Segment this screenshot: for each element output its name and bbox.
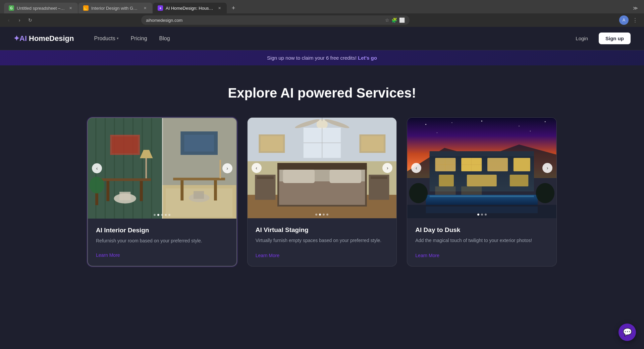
address-bar[interactable]: aihomedesign.com ☆ 🧩 ⬜ (141, 15, 410, 25)
tab-bar: G Untitled spreadsheet – Goo... ✕ 📐 Inte… (0, 0, 644, 13)
interior-dot-1[interactable] (154, 214, 156, 216)
chat-bubble[interactable]: 💬 (619, 324, 636, 341)
svg-point-57 (452, 122, 452, 123)
svg-point-80 (409, 183, 428, 203)
staging-carousel-controls: ‹ › (248, 163, 397, 173)
svg-rect-30 (184, 135, 214, 152)
interior-dot-3[interactable] (161, 214, 163, 216)
svg-rect-27 (194, 191, 204, 199)
svg-point-81 (536, 183, 555, 203)
logo-home-text: HomeDesign (29, 34, 74, 43)
staging-next-button[interactable]: › (382, 163, 392, 173)
profile-button[interactable]: A (619, 15, 629, 25)
dusk-dot-2[interactable] (481, 214, 483, 216)
svg-rect-8 (99, 178, 151, 181)
nav-pricing[interactable]: Pricing (131, 36, 147, 42)
interior-dot-5[interactable] (168, 214, 170, 216)
card-day-to-dusk: ‹ › AI Day to Dusk Add the magical touch… (407, 117, 557, 267)
signup-button[interactable]: Sign up (599, 33, 631, 44)
staging-dot-4[interactable] (326, 214, 328, 216)
svg-point-58 (481, 121, 482, 122)
svg-point-61 (437, 132, 437, 133)
staging-dot-3[interactable] (323, 214, 325, 216)
svg-rect-13 (95, 192, 98, 205)
svg-rect-74 (439, 175, 454, 186)
banner-link[interactable]: Let's go (358, 55, 377, 61)
tab-3-close[interactable]: ✕ (217, 5, 222, 11)
tab-2-title: Interior Design with Genera... (91, 6, 140, 11)
staging-learn-more[interactable]: Learn More (256, 253, 389, 258)
interior-card-title: AI Interior Design (96, 227, 228, 234)
staging-card-description: Virtually furnish empty spaces based on … (256, 237, 389, 245)
back-button[interactable]: ‹ (4, 15, 13, 25)
dusk-dot-3[interactable] (485, 214, 487, 216)
staging-dot-2[interactable] (319, 214, 321, 216)
card-interior-design: ‹ › AI Interior Design Refurnish your r (87, 117, 237, 267)
tab-2[interactable]: 📐 Interior Design with Genera... ✕ (78, 3, 152, 13)
svg-rect-12 (119, 192, 130, 200)
forward-button[interactable]: › (15, 15, 24, 25)
tab-3[interactable]: ✦ AI HomeDesign: House Desi... ✕ (153, 3, 227, 13)
site-content: ✦AI HomeDesign Products ▾ Pricing Blog L… (0, 27, 644, 287)
interior-card-description: Refurnish your room based on your prefer… (96, 237, 228, 244)
address-bar-row: ‹ › ↻ aihomedesign.com ☆ 🧩 ⬜ A ⋮ (0, 13, 644, 27)
tab-3-favicon: ✦ (158, 5, 163, 11)
svg-point-60 (545, 121, 546, 122)
address-text: aihomedesign.com (146, 18, 382, 23)
banner-text: Sign up now to claim your 6 free credits… (267, 55, 357, 61)
logo-ai-text: ✦AI (13, 34, 27, 43)
nav-blog-label: Blog (159, 36, 170, 42)
tab-2-close[interactable]: ✕ (142, 5, 148, 11)
avatar[interactable]: A (619, 15, 629, 25)
bookmark-icon[interactable]: ☆ (385, 17, 389, 23)
interior-carousel-controls: ‹ › (88, 163, 236, 173)
extensions-icon[interactable]: 🧩 (391, 17, 397, 23)
dusk-next-button[interactable]: › (542, 163, 552, 173)
tab-1-close[interactable]: ✕ (68, 5, 73, 11)
svg-point-56 (425, 124, 426, 125)
dusk-card-description: Add the magical touch of twilight to you… (415, 237, 548, 245)
dusk-learn-more[interactable]: Learn More (415, 253, 548, 258)
more-options-button[interactable]: ⋮ (631, 15, 640, 25)
nav-links: Products ▾ Pricing Blog (94, 36, 570, 42)
interior-next-button[interactable]: › (222, 163, 232, 173)
reload-button[interactable]: ↻ (25, 15, 35, 25)
svg-rect-18 (112, 136, 138, 153)
card-virtual-staging: ‹ › AI Virtual Staging Virtually furnish… (247, 117, 397, 267)
svg-rect-10 (140, 181, 143, 201)
tab-1[interactable]: G Untitled spreadsheet – Goo... ✕ (4, 3, 78, 13)
svg-rect-25 (214, 180, 217, 200)
tab-1-favicon: G (9, 5, 14, 11)
interior-card-body: AI Interior Design Refurnish your room b… (88, 219, 236, 266)
staging-card-title: AI Virtual Staging (256, 226, 389, 234)
interior-prev-button[interactable]: ‹ (92, 163, 102, 173)
nav-blog[interactable]: Blog (159, 36, 170, 42)
svg-rect-9 (106, 181, 109, 201)
login-button[interactable]: Login (570, 33, 593, 44)
dusk-prev-button[interactable]: ‹ (411, 163, 421, 173)
staging-carousel-dots (248, 214, 397, 216)
card-interior-image-container: ‹ › (88, 118, 236, 219)
dusk-carousel-dots (407, 214, 556, 216)
dusk-dot-1[interactable] (477, 214, 479, 216)
interior-carousel-dots (88, 214, 236, 216)
tab-overflow-button[interactable]: ≫ (631, 3, 640, 13)
staging-prev-button[interactable]: ‹ (252, 163, 262, 173)
svg-rect-84 (462, 186, 482, 195)
products-chevron-icon: ▾ (117, 36, 119, 41)
interior-dot-4[interactable] (165, 214, 167, 216)
dusk-card-title: AI Day to Dusk (415, 226, 548, 234)
staging-dot-1[interactable] (315, 214, 317, 216)
navbar: ✦AI HomeDesign Products ▾ Pricing Blog L… (0, 27, 644, 50)
interior-learn-more[interactable]: Learn More (96, 252, 228, 258)
dusk-card-body: AI Day to Dusk Add the magical touch of … (407, 218, 556, 266)
svg-point-14 (89, 177, 104, 193)
svg-rect-23 (173, 178, 225, 180)
new-tab-button[interactable]: + (229, 3, 238, 13)
split-screen-icon[interactable]: ⬜ (399, 17, 405, 23)
logo[interactable]: ✦AI HomeDesign (13, 34, 74, 43)
tab-overflow: ≫ (631, 3, 640, 13)
interior-dot-2[interactable] (157, 214, 159, 216)
nav-products[interactable]: Products ▾ (94, 36, 118, 42)
nav-products-label: Products (94, 36, 115, 42)
